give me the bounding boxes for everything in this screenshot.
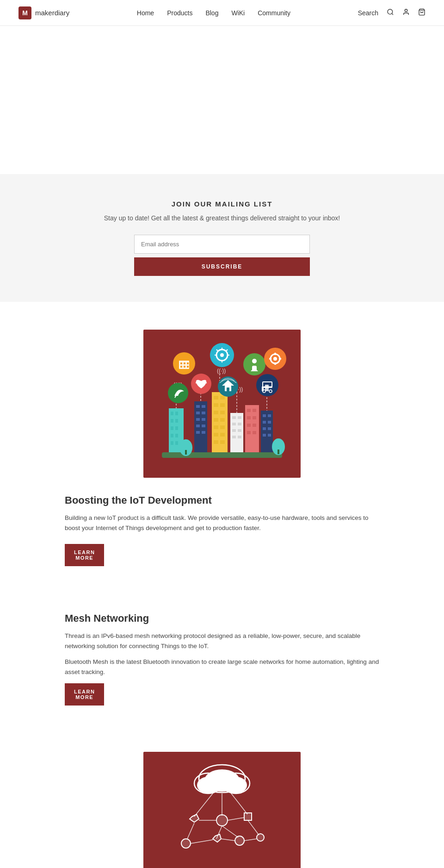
iot-learn-more-button[interactable]: LEARNMORE bbox=[65, 544, 104, 566]
svg-rect-38 bbox=[214, 433, 218, 437]
svg-rect-8 bbox=[171, 419, 173, 423]
svg-rect-63 bbox=[263, 421, 266, 424]
svg-point-2 bbox=[405, 9, 407, 12]
svg-point-149 bbox=[235, 836, 244, 845]
svg-rect-32 bbox=[214, 411, 218, 414]
cart-icon[interactable] bbox=[418, 8, 426, 18]
mailing-title: JOIN OUR MAILING LIST bbox=[9, 200, 435, 208]
svg-rect-19 bbox=[196, 412, 200, 414]
svg-rect-68 bbox=[268, 434, 271, 437]
svg-rect-30 bbox=[214, 403, 218, 407]
svg-rect-4 bbox=[162, 452, 282, 458]
svg-rect-85 bbox=[180, 362, 182, 364]
svg-rect-58 bbox=[247, 431, 251, 434]
svg-rect-61 bbox=[263, 414, 266, 417]
svg-rect-9 bbox=[175, 419, 178, 423]
svg-rect-67 bbox=[263, 434, 266, 437]
mailing-subtitle: Stay up to date! Get all the latest & gr… bbox=[9, 214, 435, 222]
mailing-form: SUBSCRIBE bbox=[134, 235, 310, 276]
svg-rect-60 bbox=[261, 411, 273, 452]
svg-point-93 bbox=[220, 353, 224, 357]
svg-rect-12 bbox=[171, 434, 173, 437]
mesh-section-title: Mesh Networking bbox=[65, 612, 379, 624]
svg-line-140 bbox=[187, 823, 194, 839]
nav-products[interactable]: Products bbox=[167, 9, 192, 17]
svg-rect-43 bbox=[232, 416, 236, 419]
svg-line-1 bbox=[392, 13, 393, 15]
svg-rect-57 bbox=[253, 424, 256, 427]
svg-rect-28 bbox=[214, 396, 218, 400]
svg-rect-35 bbox=[220, 418, 225, 422]
svg-rect-55 bbox=[253, 416, 256, 419]
svg-line-142 bbox=[222, 826, 238, 837]
svg-rect-24 bbox=[202, 425, 205, 427]
mailing-section: JOIN OUR MAILING LIST Stay up to date! G… bbox=[0, 174, 444, 302]
svg-rect-89 bbox=[184, 366, 185, 368]
svg-rect-108 bbox=[269, 358, 271, 360]
mesh-desc-2: Bluetooth Mesh is the latest Bluetooth i… bbox=[65, 657, 379, 678]
svg-rect-48 bbox=[238, 429, 241, 432]
svg-rect-26 bbox=[202, 431, 205, 434]
svg-rect-53 bbox=[253, 409, 256, 412]
svg-rect-70 bbox=[185, 450, 187, 455]
search-icon[interactable] bbox=[387, 8, 394, 18]
svg-rect-49 bbox=[232, 436, 236, 438]
mesh-image bbox=[143, 752, 301, 868]
svg-rect-39 bbox=[220, 433, 225, 437]
svg-rect-10 bbox=[171, 426, 173, 430]
svg-rect-59 bbox=[253, 431, 256, 434]
svg-rect-62 bbox=[268, 414, 271, 417]
svg-rect-14 bbox=[171, 441, 173, 445]
svg-line-152 bbox=[191, 840, 213, 843]
svg-rect-17 bbox=[196, 405, 200, 408]
svg-rect-86 bbox=[184, 362, 185, 364]
svg-rect-84 bbox=[179, 361, 189, 369]
svg-rect-54 bbox=[247, 416, 251, 419]
logo-mark: M bbox=[18, 6, 31, 19]
nav-community[interactable]: Community bbox=[258, 9, 290, 17]
mesh-desc-1: Thread is an IPv6-based mesh networking … bbox=[65, 631, 379, 652]
svg-rect-46 bbox=[238, 423, 241, 425]
svg-rect-20 bbox=[202, 412, 205, 414]
svg-point-101 bbox=[252, 359, 257, 363]
svg-line-139 bbox=[228, 818, 244, 820]
mesh-desc-block: Thread is an IPv6-based mesh networking … bbox=[65, 631, 379, 678]
svg-point-151 bbox=[257, 834, 264, 841]
svg-line-131 bbox=[231, 793, 247, 814]
logo-link[interactable]: M makerdiary bbox=[18, 6, 69, 19]
svg-point-135 bbox=[216, 815, 228, 826]
svg-line-154 bbox=[244, 839, 257, 841]
mesh-section: Mesh Networking Thread is an IPv6-based … bbox=[46, 594, 398, 868]
svg-rect-102 bbox=[252, 366, 257, 371]
svg-rect-29 bbox=[220, 396, 225, 400]
svg-rect-25 bbox=[196, 431, 200, 434]
svg-rect-21 bbox=[196, 418, 200, 421]
mesh-learn-more-button[interactable]: LEARNMORE bbox=[65, 683, 104, 706]
svg-point-128 bbox=[204, 769, 240, 792]
svg-rect-15 bbox=[175, 441, 178, 445]
svg-rect-47 bbox=[232, 429, 236, 432]
svg-rect-87 bbox=[187, 362, 189, 364]
nav-home[interactable]: Home bbox=[137, 9, 154, 17]
svg-point-100 bbox=[243, 353, 265, 375]
svg-rect-109 bbox=[279, 358, 281, 360]
nav-wiki[interactable]: WiKi bbox=[231, 9, 245, 17]
svg-rect-65 bbox=[263, 427, 266, 430]
svg-rect-114 bbox=[227, 387, 229, 391]
svg-line-143 bbox=[248, 820, 259, 835]
iot-content-section: ((·)) ((·)) ((·)) ((·)) ((·)) bbox=[46, 302, 398, 594]
svg-rect-23 bbox=[196, 425, 200, 427]
svg-point-0 bbox=[388, 9, 393, 14]
svg-rect-34 bbox=[214, 418, 218, 422]
nav-blog[interactable]: Blog bbox=[205, 9, 218, 17]
email-input[interactable] bbox=[134, 235, 310, 254]
subscribe-button[interactable]: SUBSCRIBE bbox=[134, 257, 310, 276]
svg-rect-64 bbox=[268, 421, 271, 424]
svg-rect-88 bbox=[180, 366, 182, 368]
user-icon[interactable] bbox=[402, 8, 410, 18]
svg-rect-37 bbox=[220, 425, 225, 429]
svg-rect-11 bbox=[175, 426, 178, 430]
svg-rect-6 bbox=[171, 412, 173, 415]
svg-rect-52 bbox=[247, 409, 251, 412]
svg-point-145 bbox=[181, 839, 191, 848]
